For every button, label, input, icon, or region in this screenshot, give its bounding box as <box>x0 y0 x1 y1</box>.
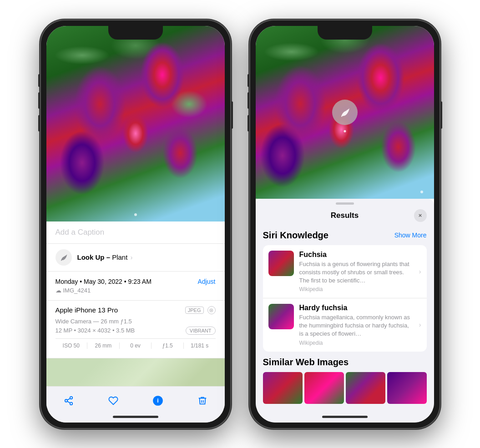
format-badge-row: JPEG ◎ <box>185 306 216 314</box>
home-indicator[interactable] <box>113 416 158 418</box>
right-power-button[interactable] <box>440 101 442 129</box>
flower-photo-left[interactable] <box>46 26 225 221</box>
lookup-chevron: › <box>131 253 133 261</box>
knowledge-item-fuchsia[interactable]: Fuchsia Fuchsia is a genus of flowering … <box>263 245 427 299</box>
similar-image-4[interactable] <box>387 372 427 404</box>
siri-icon <box>56 249 72 266</box>
fuchsia-name: Fuchsia <box>299 251 414 259</box>
siri-knowledge-header: Siri Knowledge Show More <box>263 230 427 241</box>
results-header: Results × <box>256 205 434 227</box>
similar-images-grid <box>263 372 427 404</box>
fuchsia-desc: Fuchsia is a genus of flowering plants t… <box>299 260 414 285</box>
exif-iso: ISO 50 <box>56 342 88 349</box>
right-notch <box>318 26 372 40</box>
fuchsia-info: Fuchsia Fuchsia is a genus of flowering … <box>299 251 414 293</box>
show-more-button[interactable]: Show More <box>394 232 427 239</box>
similar-image-3[interactable] <box>346 372 385 404</box>
exif-aperture: ƒ1.5 <box>152 342 184 349</box>
hardy-source: Wikipedia <box>299 340 414 346</box>
right-silent-button[interactable] <box>248 74 249 87</box>
hardy-name: Hardy fuchsia <box>299 304 414 312</box>
power-button[interactable] <box>231 101 233 129</box>
camera-specs: Wide Camera — 26 mm ƒ1.5 <box>56 318 216 325</box>
adjust-button[interactable]: Adjust <box>198 278 216 285</box>
similar-image-2[interactable] <box>304 372 344 404</box>
filename-text: IMG_4241 <box>63 287 91 294</box>
caption-section: Add a Caption <box>46 221 225 244</box>
volume-up-button[interactable] <box>38 92 40 109</box>
siri-dot <box>344 130 346 132</box>
right-volume-up-button[interactable] <box>248 92 249 109</box>
device-row: Apple iPhone 13 Pro JPEG ◎ <box>56 306 216 314</box>
hardy-chevron: › <box>419 321 421 328</box>
silent-button[interactable] <box>38 74 40 87</box>
photo-date: Monday • May 30, 2022 • 9:23 AM <box>56 278 152 285</box>
knowledge-card: Fuchsia Fuchsia is a genus of flowering … <box>263 245 427 352</box>
exif-focal: 26 mm <box>87 342 120 349</box>
mp-info: 12 MP • 3024 × 4032 • 3.5 MB <box>56 327 135 334</box>
fuchsia-chevron: › <box>419 268 421 275</box>
location-icon: ◎ <box>207 306 216 314</box>
favorite-button[interactable] <box>105 393 121 409</box>
volume-down-button[interactable] <box>38 115 40 131</box>
lookup-text[interactable]: Look Up – Plant › <box>77 253 133 261</box>
device-name: Apple iPhone 13 Pro <box>56 306 118 314</box>
siri-knowledge-title: Siri Knowledge <box>263 230 328 241</box>
right-phone: Results × Siri Knowledge Show More <box>249 20 440 429</box>
left-screen-content: Add a Caption Look Up – Plant › <box>46 26 225 423</box>
right-home-indicator[interactable] <box>322 416 368 418</box>
device-section: Apple iPhone 13 Pro JPEG ◎ Wide Camera —… <box>46 301 225 358</box>
photo-indicator-dot <box>134 213 137 216</box>
share-button[interactable] <box>61 393 77 409</box>
caption-placeholder-text[interactable]: Add a Caption <box>56 228 105 237</box>
fuchsia-source: Wikipedia <box>299 286 414 292</box>
style-badge: VIBRANT <box>186 327 216 335</box>
notch <box>108 26 163 40</box>
right-screen-content: Results × Siri Knowledge Show More <box>256 26 434 423</box>
delete-button[interactable] <box>194 393 211 409</box>
results-panel: Results × Siri Knowledge Show More <box>256 199 434 423</box>
cloud-icon: ☁ <box>56 287 61 294</box>
format-badge: JPEG <box>185 307 204 314</box>
hardy-info: Hardy fuchsia Fuchsia magellanica, commo… <box>299 304 414 346</box>
left-phone-screen: Add a Caption Look Up – Plant › <box>46 26 225 423</box>
siri-visual-lookup-button[interactable] <box>332 100 358 125</box>
knowledge-item-hardy[interactable]: Hardy fuchsia Fuchsia magellanica, commo… <box>263 298 427 352</box>
info-button[interactable]: i <box>150 393 166 409</box>
exif-ev: 0 ev <box>120 342 152 349</box>
hardy-thumbnail <box>268 304 294 329</box>
flower-photo-right[interactable] <box>256 26 434 199</box>
lookup-row[interactable]: Look Up – Plant › <box>46 244 225 272</box>
date-row: Monday • May 30, 2022 • 9:23 AM Adjust <box>56 278 216 285</box>
similar-images-title: Similar Web Images <box>263 357 427 367</box>
results-scroll: Siri Knowledge Show More Fuchsia Fuchsia… <box>256 227 434 423</box>
similar-image-1[interactable] <box>263 372 303 404</box>
exif-shutter: 1/181 s <box>184 342 216 349</box>
filename-row: ☁ IMG_4241 <box>56 287 216 294</box>
hardy-desc: Fuchsia magellanica, commonly known as t… <box>299 313 414 338</box>
right-photo-dot <box>420 191 423 193</box>
mp-row: 12 MP • 3024 × 4032 • 3.5 MB VIBRANT <box>56 327 216 335</box>
left-phone: Add a Caption Look Up – Plant › <box>40 20 231 429</box>
right-phone-screen: Results × Siri Knowledge Show More <box>256 26 434 423</box>
fuchsia-thumbnail <box>268 251 294 276</box>
svg-text:i: i <box>157 397 159 404</box>
exif-row: ISO 50 26 mm 0 ev ƒ1.5 1/181 s <box>56 338 216 352</box>
close-button[interactable]: × <box>414 209 427 222</box>
meta-section: Monday • May 30, 2022 • 9:23 AM Adjust ☁… <box>46 272 225 301</box>
right-volume-down-button[interactable] <box>248 115 249 131</box>
results-title: Results <box>276 211 414 220</box>
